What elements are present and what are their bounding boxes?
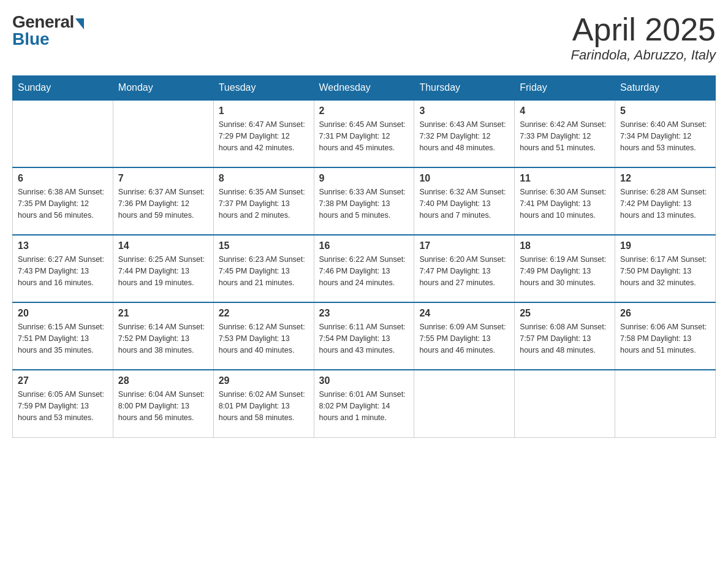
calendar-cell: 17Sunrise: 6:20 AM Sunset: 7:47 PM Dayli… <box>414 235 515 302</box>
calendar-cell: 18Sunrise: 6:19 AM Sunset: 7:49 PM Dayli… <box>515 235 615 302</box>
day-number: 13 <box>18 240 108 251</box>
calendar-cell: 28Sunrise: 6:04 AM Sunset: 8:00 PM Dayli… <box>113 370 213 437</box>
calendar-cell: 12Sunrise: 6:28 AM Sunset: 7:42 PM Dayli… <box>615 167 716 235</box>
calendar-cell: 3Sunrise: 6:43 AM Sunset: 7:32 PM Daylig… <box>414 100 515 167</box>
logo: General Blue <box>12 12 84 49</box>
day-info: Sunrise: 6:42 AM Sunset: 7:33 PM Dayligh… <box>520 119 610 153</box>
day-number: 11 <box>520 173 610 184</box>
calendar-cell: 29Sunrise: 6:02 AM Sunset: 8:01 PM Dayli… <box>213 370 314 437</box>
month-title: April 2025 <box>571 12 716 47</box>
day-number: 6 <box>18 173 108 184</box>
day-info: Sunrise: 6:47 AM Sunset: 7:29 PM Dayligh… <box>219 119 309 153</box>
day-number: 29 <box>219 375 309 386</box>
week-row: 20Sunrise: 6:15 AM Sunset: 7:51 PM Dayli… <box>13 302 716 370</box>
calendar-cell: 2Sunrise: 6:45 AM Sunset: 7:31 PM Daylig… <box>314 100 414 167</box>
day-info: Sunrise: 6:30 AM Sunset: 7:41 PM Dayligh… <box>520 186 610 221</box>
day-number: 28 <box>118 375 208 386</box>
calendar-cell <box>515 370 615 437</box>
day-number: 24 <box>419 308 509 319</box>
day-of-week-header: Wednesday <box>314 76 414 101</box>
day-number: 30 <box>319 375 409 386</box>
calendar-cell: 13Sunrise: 6:27 AM Sunset: 7:43 PM Dayli… <box>13 235 113 302</box>
calendar-cell: 1Sunrise: 6:47 AM Sunset: 7:29 PM Daylig… <box>213 100 314 167</box>
location-title: Farindola, Abruzzo, Italy <box>571 47 716 63</box>
day-number: 22 <box>219 308 309 319</box>
day-of-week-header: Sunday <box>13 76 113 101</box>
day-number: 9 <box>319 173 409 184</box>
day-number: 7 <box>118 173 208 184</box>
day-of-week-header: Thursday <box>414 76 515 101</box>
calendar-cell: 20Sunrise: 6:15 AM Sunset: 7:51 PM Dayli… <box>13 302 113 370</box>
calendar-cell: 15Sunrise: 6:23 AM Sunset: 7:45 PM Dayli… <box>213 235 314 302</box>
day-number: 17 <box>419 240 509 251</box>
calendar-cell: 25Sunrise: 6:08 AM Sunset: 7:57 PM Dayli… <box>515 302 615 370</box>
day-of-week-header: Monday <box>113 76 213 101</box>
calendar-cell: 24Sunrise: 6:09 AM Sunset: 7:55 PM Dayli… <box>414 302 515 370</box>
day-info: Sunrise: 6:08 AM Sunset: 7:57 PM Dayligh… <box>520 321 610 356</box>
day-number: 10 <box>419 173 509 184</box>
day-number: 16 <box>319 240 409 251</box>
logo-arrow-icon <box>75 18 84 29</box>
day-number: 27 <box>18 375 108 386</box>
day-of-week-header: Tuesday <box>213 76 314 101</box>
day-info: Sunrise: 6:43 AM Sunset: 7:32 PM Dayligh… <box>419 119 509 153</box>
day-info: Sunrise: 6:38 AM Sunset: 7:35 PM Dayligh… <box>18 186 108 221</box>
calendar-cell: 21Sunrise: 6:14 AM Sunset: 7:52 PM Dayli… <box>113 302 213 370</box>
day-number: 21 <box>118 308 208 319</box>
day-info: Sunrise: 6:20 AM Sunset: 7:47 PM Dayligh… <box>419 254 509 288</box>
days-header-row: SundayMondayTuesdayWednesdayThursdayFrid… <box>13 76 716 101</box>
calendar-cell: 23Sunrise: 6:11 AM Sunset: 7:54 PM Dayli… <box>314 302 414 370</box>
day-info: Sunrise: 6:01 AM Sunset: 8:02 PM Dayligh… <box>319 389 409 423</box>
calendar-cell: 6Sunrise: 6:38 AM Sunset: 7:35 PM Daylig… <box>13 167 113 235</box>
calendar-cell: 5Sunrise: 6:40 AM Sunset: 7:34 PM Daylig… <box>615 100 716 167</box>
day-info: Sunrise: 6:28 AM Sunset: 7:42 PM Dayligh… <box>620 186 710 221</box>
calendar-cell: 26Sunrise: 6:06 AM Sunset: 7:58 PM Dayli… <box>615 302 716 370</box>
day-info: Sunrise: 6:25 AM Sunset: 7:44 PM Dayligh… <box>118 254 208 288</box>
day-number: 12 <box>620 173 710 184</box>
calendar-cell: 14Sunrise: 6:25 AM Sunset: 7:44 PM Dayli… <box>113 235 213 302</box>
calendar-table: SundayMondayTuesdayWednesdayThursdayFrid… <box>12 75 716 438</box>
day-info: Sunrise: 6:32 AM Sunset: 7:40 PM Dayligh… <box>419 186 509 221</box>
calendar-cell: 11Sunrise: 6:30 AM Sunset: 7:41 PM Dayli… <box>515 167 615 235</box>
day-number: 14 <box>118 240 208 251</box>
week-row: 13Sunrise: 6:27 AM Sunset: 7:43 PM Dayli… <box>13 235 716 302</box>
calendar-cell: 9Sunrise: 6:33 AM Sunset: 7:38 PM Daylig… <box>314 167 414 235</box>
day-info: Sunrise: 6:04 AM Sunset: 8:00 PM Dayligh… <box>118 389 208 423</box>
calendar-cell <box>414 370 515 437</box>
day-number: 26 <box>620 308 710 319</box>
day-info: Sunrise: 6:40 AM Sunset: 7:34 PM Dayligh… <box>620 119 710 153</box>
calendar-cell: 22Sunrise: 6:12 AM Sunset: 7:53 PM Dayli… <box>213 302 314 370</box>
calendar-cell: 30Sunrise: 6:01 AM Sunset: 8:02 PM Dayli… <box>314 370 414 437</box>
title-section: April 2025 Farindola, Abruzzo, Italy <box>571 12 716 63</box>
day-info: Sunrise: 6:15 AM Sunset: 7:51 PM Dayligh… <box>18 321 108 356</box>
calendar-cell: 27Sunrise: 6:05 AM Sunset: 7:59 PM Dayli… <box>13 370 113 437</box>
day-info: Sunrise: 6:45 AM Sunset: 7:31 PM Dayligh… <box>319 119 409 153</box>
page-header: General Blue April 2025 Farindola, Abruz… <box>12 12 716 63</box>
day-number: 3 <box>419 105 509 117</box>
day-info: Sunrise: 6:35 AM Sunset: 7:37 PM Dayligh… <box>219 186 309 221</box>
calendar-cell <box>615 370 716 437</box>
day-info: Sunrise: 6:19 AM Sunset: 7:49 PM Dayligh… <box>520 254 610 288</box>
calendar-cell: 10Sunrise: 6:32 AM Sunset: 7:40 PM Dayli… <box>414 167 515 235</box>
day-of-week-header: Saturday <box>615 76 716 101</box>
calendar-cell <box>113 100 213 167</box>
day-info: Sunrise: 6:02 AM Sunset: 8:01 PM Dayligh… <box>219 389 309 423</box>
week-row: 1Sunrise: 6:47 AM Sunset: 7:29 PM Daylig… <box>13 100 716 167</box>
calendar-cell: 4Sunrise: 6:42 AM Sunset: 7:33 PM Daylig… <box>515 100 615 167</box>
day-info: Sunrise: 6:22 AM Sunset: 7:46 PM Dayligh… <box>319 254 409 288</box>
day-info: Sunrise: 6:06 AM Sunset: 7:58 PM Dayligh… <box>620 321 710 356</box>
day-info: Sunrise: 6:09 AM Sunset: 7:55 PM Dayligh… <box>419 321 509 356</box>
calendar-cell: 16Sunrise: 6:22 AM Sunset: 7:46 PM Dayli… <box>314 235 414 302</box>
calendar-cell: 7Sunrise: 6:37 AM Sunset: 7:36 PM Daylig… <box>113 167 213 235</box>
day-number: 15 <box>219 240 309 251</box>
day-number: 23 <box>319 308 409 319</box>
day-number: 25 <box>520 308 610 319</box>
calendar-cell: 8Sunrise: 6:35 AM Sunset: 7:37 PM Daylig… <box>213 167 314 235</box>
day-number: 18 <box>520 240 610 251</box>
day-info: Sunrise: 6:33 AM Sunset: 7:38 PM Dayligh… <box>319 186 409 221</box>
calendar-cell <box>13 100 113 167</box>
day-info: Sunrise: 6:11 AM Sunset: 7:54 PM Dayligh… <box>319 321 409 356</box>
day-number: 19 <box>620 240 710 251</box>
day-info: Sunrise: 6:12 AM Sunset: 7:53 PM Dayligh… <box>219 321 309 356</box>
day-of-week-header: Friday <box>515 76 615 101</box>
